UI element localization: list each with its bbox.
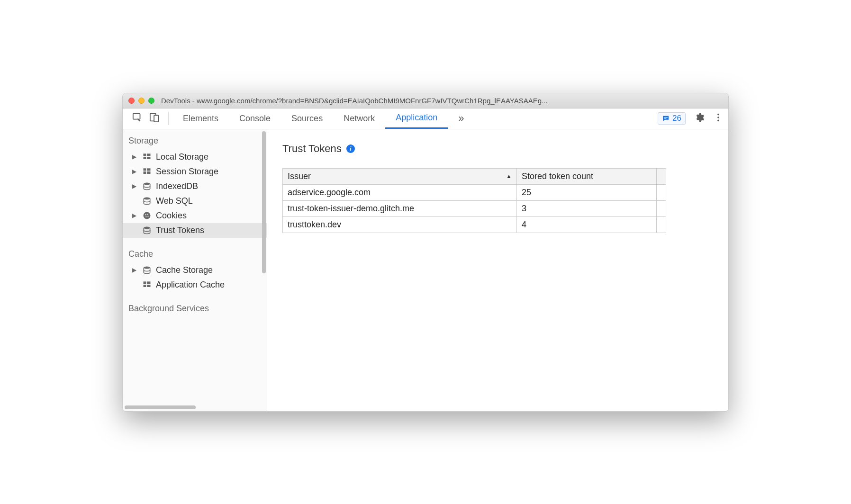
svg-point-23 (144, 227, 150, 229)
svg-rect-15 (147, 171, 151, 174)
titlebar: DevTools - www.google.com/chrome/?brand=… (123, 93, 728, 108)
col-count-label: Stored token count (522, 171, 593, 181)
info-icon[interactable]: i (346, 144, 355, 153)
scrollbar-thumb[interactable] (262, 131, 266, 273)
table-row[interactable]: trust-token-issuer-demo.glitch.me 3 (283, 200, 666, 216)
settings-icon[interactable] (694, 112, 705, 125)
sidebar-item-application-cache[interactable]: ▶ Application Cache (123, 278, 267, 292)
svg-rect-10 (144, 157, 146, 159)
database-icon (142, 196, 152, 206)
svg-point-16 (144, 183, 150, 185)
col-issuer-header[interactable]: Issuer ▲ (283, 168, 517, 184)
sort-ascending-icon: ▲ (506, 173, 512, 180)
tab-network[interactable]: Network (333, 108, 385, 129)
sidebar-item-label: Web SQL (156, 196, 193, 206)
svg-rect-12 (144, 168, 146, 171)
grid-icon (142, 167, 152, 176)
expand-arrow-icon: ▶ (132, 168, 138, 175)
section-storage-title: Storage (123, 129, 267, 150)
section-background-services-title: Background Services (123, 292, 267, 317)
zoom-window-button[interactable] (148, 98, 154, 104)
cell-count: 25 (516, 184, 656, 200)
svg-rect-13 (147, 168, 151, 171)
sidebar-horizontal-scrollbar[interactable] (125, 405, 196, 409)
sidebar-item-label: Trust Tokens (156, 225, 204, 235)
panel-tabs: Elements Console Sources Network Applica… (172, 108, 474, 129)
close-window-button[interactable] (128, 98, 135, 104)
sidebar-item-label: Local Storage (156, 152, 208, 162)
minimize-window-button[interactable] (138, 98, 145, 104)
cell-count: 3 (516, 200, 656, 216)
svg-point-20 (147, 214, 148, 215)
main-panel: Trust Tokens i Issuer ▲ Stored token cou… (267, 129, 728, 411)
sidebar-item-label: IndexedDB (156, 181, 198, 191)
page-heading: Trust Tokens i (282, 143, 713, 155)
grid-icon (142, 280, 152, 289)
sidebar-item-session-storage[interactable]: ▶ Session Storage (123, 164, 267, 179)
grid-icon (142, 152, 152, 162)
tab-sources[interactable]: Sources (281, 108, 333, 129)
section-cache-title: Cache (123, 238, 267, 263)
console-messages-badge[interactable]: 26 (658, 112, 686, 125)
svg-rect-2 (154, 115, 158, 122)
more-menu-icon[interactable] (713, 112, 724, 125)
cell-issuer: adservice.google.com (283, 184, 517, 200)
cookie-icon (142, 211, 152, 220)
inspect-element-icon[interactable] (132, 112, 143, 125)
expand-arrow-icon: ▶ (132, 212, 138, 219)
sidebar-scrollbar[interactable] (261, 129, 267, 411)
sidebar-item-trust-tokens[interactable]: ▶ Trust Tokens (123, 223, 267, 238)
window-title: DevTools - www.google.com/chrome/?brand=… (158, 97, 723, 105)
device-toolbar-icon[interactable] (149, 112, 160, 125)
separator (168, 112, 169, 125)
col-spacer (657, 168, 666, 184)
table-row[interactable]: adservice.google.com 25 (283, 184, 666, 200)
expand-arrow-icon: ▶ (132, 183, 138, 189)
svg-point-17 (144, 198, 150, 200)
tabs-overflow-button[interactable]: » (448, 108, 474, 129)
svg-rect-11 (147, 157, 151, 159)
tab-elements[interactable]: Elements (172, 108, 229, 129)
sidebar-item-cache-storage[interactable]: ▶ Cache Storage (123, 263, 267, 278)
devtools-toolbar: Elements Console Sources Network Applica… (123, 108, 728, 129)
sidebar-item-label: Session Storage (156, 167, 218, 177)
sidebar-item-local-storage[interactable]: ▶ Local Storage (123, 150, 267, 164)
database-icon (142, 265, 152, 275)
sidebar-item-websql[interactable]: ▶ Web SQL (123, 194, 267, 208)
devtools-window: DevTools - www.google.com/chrome/?brand=… (122, 93, 729, 412)
svg-rect-8 (144, 153, 146, 156)
sidebar-item-label: Application Cache (156, 280, 225, 290)
svg-rect-4 (664, 118, 666, 118)
svg-rect-9 (147, 153, 151, 156)
expand-arrow-icon: ▶ (132, 267, 138, 273)
trust-tokens-table: Issuer ▲ Stored token count adservice.go… (282, 168, 666, 233)
tab-application[interactable]: Application (385, 108, 448, 129)
application-sidebar: Storage ▶ Local Storage ▶ Session Storag… (123, 129, 267, 411)
message-icon (662, 115, 670, 122)
sidebar-item-indexeddb[interactable]: ▶ IndexedDB (123, 179, 267, 194)
svg-rect-0 (133, 113, 140, 119)
svg-point-7 (717, 119, 719, 121)
tab-console[interactable]: Console (229, 108, 281, 129)
col-count-header[interactable]: Stored token count (516, 168, 656, 184)
sidebar-item-label: Cookies (156, 211, 187, 221)
content-area: Storage ▶ Local Storage ▶ Session Storag… (123, 129, 728, 411)
svg-point-21 (145, 216, 146, 217)
svg-rect-14 (144, 171, 146, 174)
cell-issuer: trust-token-issuer-demo.glitch.me (283, 200, 517, 216)
svg-rect-27 (144, 285, 146, 287)
svg-point-24 (144, 267, 150, 269)
message-count: 26 (672, 114, 681, 123)
expand-arrow-icon: ▶ (132, 153, 138, 160)
database-icon (142, 225, 152, 235)
heading-text: Trust Tokens (282, 143, 342, 155)
svg-point-19 (145, 214, 146, 215)
sidebar-item-cookies[interactable]: ▶ Cookies (123, 208, 267, 223)
table-row[interactable]: trusttoken.dev 4 (283, 216, 666, 233)
cell-count: 4 (516, 216, 656, 233)
window-controls (128, 98, 154, 104)
kebab-icon (713, 112, 724, 123)
svg-point-18 (144, 212, 151, 219)
col-issuer-label: Issuer (288, 171, 311, 181)
database-icon (142, 181, 152, 191)
